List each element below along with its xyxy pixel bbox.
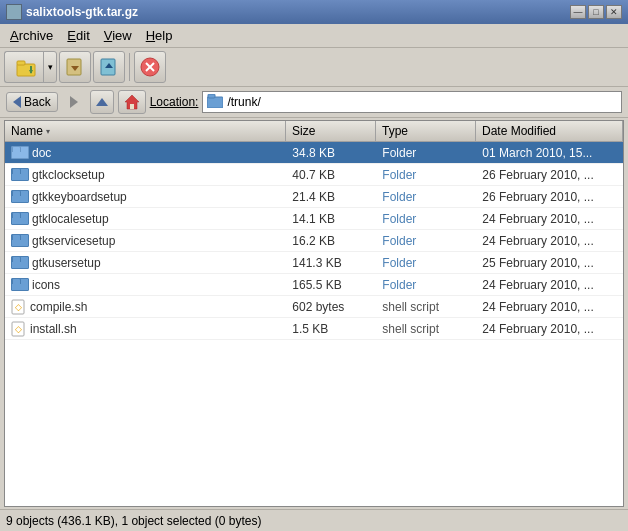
cell-name: ◇install.sh — [5, 319, 286, 339]
forward-arrow-icon — [70, 96, 78, 108]
svg-rect-12 — [130, 104, 134, 109]
table-row[interactable]: ◇install.sh1.5 KBshell script24 February… — [5, 318, 623, 340]
cell-size: 141.3 KB — [286, 254, 376, 272]
table-row[interactable]: icons165.5 KBFolder24 February 2010, ... — [5, 274, 623, 296]
cell-name-text: install.sh — [30, 322, 77, 336]
cell-size: 34.8 KB — [286, 144, 376, 162]
toolbar-separator — [129, 53, 130, 81]
cell-size: 1.5 KB — [286, 320, 376, 338]
cell-type: Folder — [376, 144, 476, 162]
status-bar: 9 objects (436.1 KB), 1 object selected … — [0, 509, 628, 531]
up-arrow-icon — [96, 98, 108, 106]
location-bar: Back Location: /trunk/ — [0, 87, 628, 118]
status-text: 9 objects (436.1 KB), 1 object selected … — [6, 514, 261, 528]
sort-arrow-name: ▾ — [46, 127, 50, 136]
cell-name-text: gtkservicesetup — [32, 234, 115, 248]
cell-name: gtkclocksetup — [5, 166, 286, 184]
cell-name: gtkservicesetup — [5, 232, 286, 250]
cell-date: 24 February 2010, ... — [476, 298, 623, 316]
cell-name-text: gtklocalesetup — [32, 212, 109, 226]
close-button[interactable]: ✕ — [606, 5, 622, 19]
file-list-container: Name ▾ Size Type Date Modified doc34.8 K… — [4, 120, 624, 507]
cell-name-text: compile.sh — [30, 300, 87, 314]
back-button[interactable]: Back — [6, 92, 58, 112]
cell-type: shell script — [376, 298, 476, 316]
folder-icon — [11, 212, 27, 225]
cell-size: 165.5 KB — [286, 276, 376, 294]
title-bar-left: salixtools-gtk.tar.gz — [6, 4, 138, 20]
svg-rect-13 — [207, 97, 223, 108]
script-icon: ◇ — [11, 299, 25, 315]
header-size[interactable]: Size — [286, 121, 376, 141]
header-type[interactable]: Type — [376, 121, 476, 141]
cell-date: 26 February 2010, ... — [476, 166, 623, 184]
back-arrow-icon — [13, 96, 21, 108]
location-label: Location: — [150, 95, 199, 109]
table-body: doc34.8 KBFolder01 March 2010, 15...gtkc… — [5, 142, 623, 506]
maximize-button[interactable]: □ — [588, 5, 604, 19]
open-arrow-button[interactable]: ▾ — [43, 51, 57, 83]
cell-type: Folder — [376, 232, 476, 250]
header-name[interactable]: Name ▾ — [5, 121, 286, 141]
folder-icon — [11, 146, 27, 159]
folder-icon — [11, 190, 27, 203]
forward-button[interactable] — [62, 90, 86, 114]
cell-name-text: doc — [32, 146, 51, 160]
cell-date: 01 March 2010, 15... — [476, 144, 623, 162]
cell-name: icons — [5, 276, 286, 294]
table-row[interactable]: gtklocalesetup14.1 KBFolder24 February 2… — [5, 208, 623, 230]
table-header: Name ▾ Size Type Date Modified — [5, 121, 623, 142]
cell-size: 21.4 KB — [286, 188, 376, 206]
menu-view[interactable]: View — [98, 26, 138, 45]
table-row[interactable]: doc34.8 KBFolder01 March 2010, 15... — [5, 142, 623, 164]
cell-name: gtkusersetup — [5, 254, 286, 272]
folder-icon — [11, 168, 27, 181]
script-icon: ◇ — [11, 321, 25, 337]
menu-archive[interactable]: Archive — [4, 26, 59, 45]
cell-type: Folder — [376, 166, 476, 184]
cell-date: 24 February 2010, ... — [476, 210, 623, 228]
location-input[interactable]: /trunk/ — [202, 91, 622, 113]
cell-name: doc — [5, 144, 286, 162]
cell-date: 24 February 2010, ... — [476, 320, 623, 338]
open-button[interactable] — [4, 51, 46, 83]
table-row[interactable]: gtkclocksetup40.7 KBFolder26 February 20… — [5, 164, 623, 186]
cell-size: 40.7 KB — [286, 166, 376, 184]
table-row[interactable]: gtkusersetup141.3 KBFolder25 February 20… — [5, 252, 623, 274]
window-title: salixtools-gtk.tar.gz — [26, 5, 138, 19]
title-buttons: — □ ✕ — [570, 5, 622, 19]
folder-icon — [11, 234, 27, 247]
cell-type: shell script — [376, 320, 476, 338]
menu-bar: Archive Edit View Help — [0, 24, 628, 48]
menu-edit[interactable]: Edit — [61, 26, 95, 45]
minimize-button[interactable]: — — [570, 5, 586, 19]
cell-name-text: gtkkeyboardsetup — [32, 190, 127, 204]
cell-date: 24 February 2010, ... — [476, 276, 623, 294]
svg-text:◇: ◇ — [15, 324, 22, 334]
extract-button[interactable] — [59, 51, 91, 83]
folder-icon — [11, 278, 27, 291]
up-button[interactable] — [90, 90, 114, 114]
header-date[interactable]: Date Modified — [476, 121, 623, 141]
table-row[interactable]: gtkservicesetup16.2 KBFolder24 February … — [5, 230, 623, 252]
cell-size: 16.2 KB — [286, 232, 376, 250]
svg-rect-14 — [208, 94, 215, 98]
title-bar: salixtools-gtk.tar.gz — □ ✕ — [0, 0, 628, 24]
cell-name-text: gtkusersetup — [32, 256, 101, 270]
cell-name: gtkkeyboardsetup — [5, 188, 286, 206]
cell-name-text: icons — [32, 278, 60, 292]
cell-name-text: gtkclocksetup — [32, 168, 105, 182]
menu-help[interactable]: Help — [140, 26, 179, 45]
cell-name: gtklocalesetup — [5, 210, 286, 228]
cell-date: 24 February 2010, ... — [476, 232, 623, 250]
home-button[interactable] — [118, 90, 146, 114]
cell-type: Folder — [376, 254, 476, 272]
cell-type: Folder — [376, 276, 476, 294]
add-button[interactable] — [93, 51, 125, 83]
delete-button[interactable] — [134, 51, 166, 83]
table-row[interactable]: gtkkeyboardsetup21.4 KBFolder26 February… — [5, 186, 623, 208]
table-row[interactable]: ◇compile.sh602 bytesshell script24 Febru… — [5, 296, 623, 318]
cell-type: Folder — [376, 210, 476, 228]
back-label: Back — [24, 95, 51, 109]
folder-icon — [11, 256, 27, 269]
